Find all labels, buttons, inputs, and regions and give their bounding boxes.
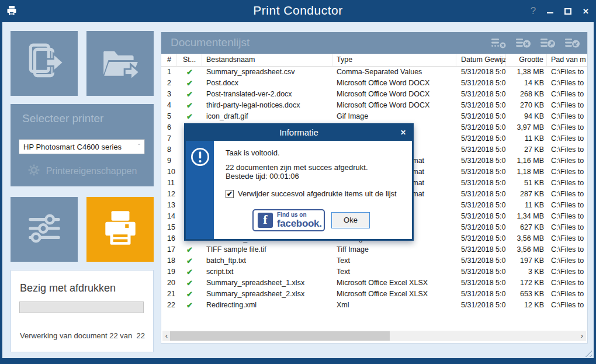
table-cell: C:\Files to — [547, 244, 587, 255]
remove-printed-items-icon[interactable] — [491, 37, 507, 49]
table-cell: 7 — [161, 133, 177, 144]
progress-bar — [19, 301, 144, 313]
table-cell: 27 KB — [506, 144, 547, 155]
column-header-num[interactable]: # — [161, 54, 177, 66]
facebook-button-line2: facebook. — [277, 219, 322, 228]
minimize-button[interactable] — [547, 12, 553, 13]
table-row[interactable]: 22✔Redirecting.xmlXml5/31/2018 5:0...12 … — [161, 300, 587, 311]
table-cell: 5 — [161, 111, 177, 122]
table-cell: C:\Files to — [547, 178, 587, 189]
resize-grip[interactable] — [585, 350, 592, 357]
export-list-icon[interactable] — [540, 37, 556, 49]
scroll-left-arrow-icon[interactable]: ‹ — [162, 331, 171, 341]
status-check-icon: ✔ — [177, 67, 202, 78]
table-cell: C:\Files to — [547, 100, 587, 111]
table-cell: Microsoft Office Word DOCX — [332, 78, 456, 89]
table-cell: Summary_spreadsheet_1.xlsx — [202, 278, 332, 289]
sliders-icon — [23, 207, 65, 252]
facebook-icon: f — [258, 213, 273, 228]
table-cell: 5/31/2018 5:0... — [456, 155, 506, 167]
status-check-icon: ✔ — [177, 111, 202, 122]
table-cell: 653 KB — [506, 289, 547, 300]
window-title: Print Conductor — [0, 4, 596, 18]
table-row[interactable]: 4✔third-party-legal-notices.docxMicrosof… — [161, 100, 587, 111]
printer-dropdown[interactable]: HP Photosmart C4600 series ˆ — [19, 139, 145, 154]
chevron-down-icon: ˆ — [138, 143, 140, 150]
dialog-close-icon[interactable]: ✕ — [400, 125, 406, 140]
table-row[interactable]: 17✔TIFF sample file.tifTiff Image5/31/20… — [161, 244, 587, 255]
maximize-button[interactable] — [564, 8, 571, 15]
table-cell: 18 — [161, 255, 177, 266]
table-cell: 21 — [161, 289, 177, 300]
table-cell: 3,56 MB — [506, 233, 547, 244]
table-row[interactable]: 3✔Post-translated-ver-2.docxMicrosoft Of… — [161, 89, 587, 100]
column-header-type[interactable]: Type — [332, 54, 456, 66]
table-row[interactable]: 1✔Summary_spreadsheet.csvComma-Separated… — [161, 67, 587, 78]
printer-properties-button[interactable]: Printereigenschappen — [11, 164, 154, 179]
document-list-title: Documentenlijst — [171, 36, 250, 49]
table-cell: 9 — [161, 155, 177, 167]
scroll-right-arrow-icon[interactable]: › — [578, 331, 586, 341]
add-folder-icon — [99, 41, 141, 86]
table-row[interactable]: 18✔batch_ftp.txtText5/31/2018 5:0...197 … — [161, 255, 587, 266]
add-files-icon — [23, 41, 65, 86]
print-button[interactable] — [86, 197, 154, 262]
column-header-path[interactable]: Pad van m — [547, 54, 587, 66]
status-check-icon: ✔ — [177, 255, 202, 266]
table-cell: C:\Files to — [547, 67, 587, 78]
table-cell: 3 — [161, 89, 177, 100]
dialog-title: Informatie — [186, 125, 412, 140]
remove-items-checkbox[interactable]: ✔ — [226, 190, 234, 198]
column-header-date[interactable]: Datum Gewijz... — [456, 54, 506, 66]
table-cell: C:\Files to — [547, 122, 587, 133]
table-row[interactable]: 5✔icon_draft.gifGif Image5/31/2018 5:0..… — [161, 111, 587, 122]
add-files-button[interactable] — [11, 31, 78, 96]
add-folder-button[interactable] — [86, 31, 154, 96]
column-header-size[interactable]: Grootte — [506, 54, 547, 66]
table-cell: 12 — [161, 189, 177, 200]
table-cell: C:\Files to — [547, 266, 587, 278]
table-cell: 5/31/2018 5:0... — [456, 78, 506, 89]
close-button[interactable]: ✕ — [583, 7, 589, 16]
table-cell: 5/31/2018 5:0... — [456, 278, 506, 289]
table-cell: Redirecting.xml — [202, 300, 332, 311]
table-cell: C:\Files to — [547, 200, 587, 211]
table-cell: 5/31/2018 5:0... — [456, 255, 506, 266]
status-check-icon: ✔ — [177, 289, 202, 300]
table-cell: Xml — [332, 300, 456, 311]
table-cell: 2 — [161, 78, 177, 89]
import-list-icon[interactable] — [564, 37, 580, 49]
ok-button[interactable]: Oke — [331, 212, 370, 228]
table-row[interactable]: 20✔Summary_spreadsheet_1.xlsxMicrosoft O… — [161, 278, 587, 289]
table-cell: C:\Files to — [547, 78, 587, 89]
progress-status: Verwerking van document 22 van 22 — [20, 331, 145, 340]
window-border — [0, 358, 596, 364]
table-cell: C:\Files to — [547, 155, 587, 167]
table-cell: Text — [332, 255, 456, 266]
column-header-status[interactable]: St... — [177, 54, 202, 66]
table-cell: 1,34 MB — [506, 211, 547, 222]
table-row[interactable]: 19✔script.txtText5/31/2018 5:0...3 KBC:\… — [161, 266, 587, 278]
table-cell: 5/31/2018 5:0... — [456, 300, 506, 311]
window-border — [594, 22, 596, 358]
scrollbar-thumb[interactable] — [170, 331, 390, 341]
table-cell: 5/31/2018 5:0... — [456, 178, 506, 189]
help-button[interactable]: ? — [531, 5, 536, 17]
table-row[interactable]: 21✔Summary_spreadsheet_2.xlsxMicrosoft O… — [161, 289, 587, 300]
clear-list-icon[interactable] — [515, 37, 531, 49]
table-cell: C:\Files to — [547, 89, 587, 100]
table-cell: 8 — [161, 144, 177, 155]
status-check-icon: ✔ — [177, 300, 202, 311]
table-cell: 20 — [161, 278, 177, 289]
column-header-filename[interactable]: Bestandsnaam — [202, 54, 332, 66]
table-row[interactable]: 2✔Post.docxMicrosoft Office Word DOCX5/3… — [161, 78, 587, 89]
facebook-button[interactable]: f Find us on facebook. — [252, 209, 325, 231]
table-cell: 5/31/2018 5:0... — [456, 67, 506, 78]
table-cell: C:\Files to — [547, 278, 587, 289]
table-header: # St... Bestandsnaam Type Datum Gewijz..… — [161, 54, 587, 67]
settings-button[interactable] — [11, 197, 78, 262]
info-exclamation-icon — [189, 146, 211, 170]
print-icon — [99, 207, 141, 252]
table-cell: 197 KB — [506, 255, 547, 266]
horizontal-scrollbar[interactable]: ‹ › — [162, 331, 586, 341]
